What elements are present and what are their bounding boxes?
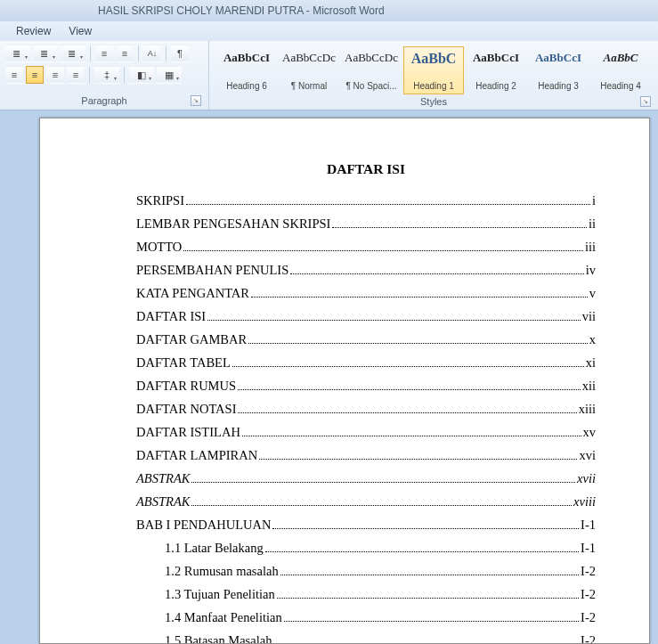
show-marks-button[interactable]: ¶ (171, 45, 189, 62)
toc-text: LEMBAR PENGESAHAN SKRIPSI (136, 216, 330, 232)
document-page[interactable]: DAFTAR ISI SKRIPSIiLEMBAR PENGESAHAN SKR… (39, 118, 650, 644)
toc-entry: DAFTAR NOTASIxiii (136, 402, 596, 417)
style-item--no-spaci-[interactable]: AaBbCcDc¶ No Spaci... (341, 46, 402, 94)
style-preview: AaBbCcDc (282, 51, 336, 65)
toc-text: DAFTAR LAMPIRAN (136, 448, 257, 463)
toc-leader-dots (290, 273, 584, 274)
toc-entry: DAFTAR ISIvii (136, 309, 596, 324)
toc-page-number: I-2 (581, 610, 596, 625)
toc-page-number: iii (585, 240, 596, 255)
toc-text: 1.5 Batasan Masalah (165, 633, 272, 644)
paragraph-dialog-launcher[interactable]: ↘ (191, 95, 201, 106)
style-label: ¶ No Spaci... (345, 81, 396, 91)
toc-leader-dots (272, 528, 579, 529)
toc-page-number: I-2 (581, 564, 596, 579)
toc-entry: ABSTRAKxvii (136, 471, 596, 486)
style-item-heading-6[interactable]: AaBbCcIHeading 6 (216, 46, 277, 94)
toc-text: ABSTRAK (136, 494, 190, 509)
toc-leader-dots (183, 250, 583, 251)
toc-text: MOTTO (136, 240, 182, 255)
toc-page-number: xii (582, 379, 596, 394)
page-title: DAFTAR ISI (136, 161, 596, 177)
toc-leader-dots (251, 297, 588, 298)
style-item-heading-1[interactable]: AaBbCHeading 1 (403, 46, 464, 94)
toc-text: DAFTAR ISI (136, 309, 206, 324)
toc-leader-dots (191, 482, 575, 483)
toc-page-number: I-1 (581, 541, 596, 556)
toc-page-number: xv (583, 425, 597, 440)
style-label: Heading 4 (600, 81, 641, 91)
style-preview: AaBbCcI (535, 51, 581, 65)
toc-page-number: xvii (577, 471, 596, 486)
workspace: DAFTAR ISI SKRIPSIiLEMBAR PENGESAHAN SKR… (0, 110, 658, 644)
toc-page-number: x (589, 332, 596, 347)
styles-gallery: AaBbCcIHeading 6AaBbCcDc¶ NormalAaBbCcDc… (215, 45, 653, 96)
toc-entry: SKRIPSIi (136, 193, 596, 208)
bullets-button[interactable]: ≣ (5, 45, 30, 62)
toc-leader-dots (248, 343, 588, 344)
toc-text: 1.3 Tujuan Penelitian (165, 587, 275, 602)
toc-leader-dots (191, 505, 572, 506)
toc-page-number: xi (586, 355, 596, 371)
toc-entry: DAFTAR GAMBARx (136, 332, 596, 347)
toc-text: KATA PENGANTAR (136, 286, 249, 301)
style-item--normal[interactable]: AaBbCcDc¶ Normal (279, 46, 339, 94)
toc-leader-dots (259, 459, 577, 460)
toc-leader-dots (332, 227, 587, 228)
toc-leader-dots (238, 412, 576, 413)
justify-button[interactable]: ≡ (67, 66, 85, 84)
table-of-contents: SKRIPSIiLEMBAR PENGESAHAN SKRIPSIiiMOTTO… (136, 193, 596, 644)
toc-text: ABSTRAK (136, 471, 190, 486)
style-label: Heading 6 (226, 81, 267, 91)
toc-text: 1.1 Latar Belakang (165, 541, 264, 556)
toc-entry: 1.5 Batasan MasalahI-2 (136, 633, 596, 644)
toc-text: 1.4 Manfaat Penelitian (165, 610, 282, 625)
toc-entry: 1.3 Tujuan PenelitianI-2 (136, 587, 596, 602)
toc-page-number: I-2 (581, 633, 596, 644)
toc-page-number: xiii (579, 402, 596, 417)
toc-entry: 1.1 Latar BelakangI-1 (136, 541, 596, 556)
toc-text: DAFTAR ISTILAH (136, 425, 240, 440)
style-label: Heading 2 (475, 81, 516, 91)
toc-page-number: vii (582, 309, 596, 324)
toc-leader-dots (265, 551, 579, 552)
tab-view[interactable]: View (69, 25, 92, 37)
window-title: HASIL SKRIPSI CHOLY MARENDI PUTRA - Micr… (98, 4, 385, 17)
toc-text: DAFTAR RUMUS (136, 379, 236, 394)
toc-entry: LEMBAR PENGESAHAN SKRIPSIii (136, 216, 596, 232)
line-spacing-button[interactable]: ‡ (94, 66, 119, 84)
align-left-button[interactable]: ≡ (5, 66, 23, 84)
style-label: Heading 1 (413, 81, 454, 91)
style-preview: AaBbCcI (223, 51, 270, 65)
multilevel-button[interactable]: ≣ (61, 45, 85, 62)
ribbon-group-paragraph: ≣ ≣ ≣ ≡ ≡ A↓ ¶ ≡ ≡ ≡ ≡ ‡ ◧ ▦ (0, 41, 209, 110)
styles-group-label: Styles ↘ (215, 96, 653, 109)
increase-indent-button[interactable]: ≡ (116, 45, 134, 62)
sort-button[interactable]: A↓ (143, 45, 161, 62)
style-preview: AaBbC (603, 51, 638, 65)
numbering-button[interactable]: ≣ (33, 45, 58, 62)
toc-entry: ABSTRAKxviii (136, 494, 596, 509)
style-item-heading-3[interactable]: AaBbCcIHeading 3 (528, 46, 589, 94)
toc-entry: 1.2 Rumusan masalahI-2 (136, 564, 596, 579)
toc-text: DAFTAR NOTASI (136, 402, 236, 417)
paragraph-group-label: Paragraph ↘ (5, 95, 203, 108)
style-item-heading-4[interactable]: AaBbCHeading 4 (590, 46, 651, 94)
shading-button[interactable]: ◧ (129, 66, 154, 84)
tab-review[interactable]: Review (16, 25, 51, 37)
align-right-button[interactable]: ≡ (46, 66, 64, 84)
borders-button[interactable]: ▦ (157, 66, 182, 84)
toc-page-number: xvi (579, 448, 596, 463)
toc-leader-dots (280, 575, 579, 575)
align-center-button[interactable]: ≡ (26, 66, 44, 84)
toc-leader-dots (186, 204, 590, 205)
toc-entry: DAFTAR ISTILAHxv (136, 425, 596, 440)
style-preview: AaBbCcI (473, 51, 519, 65)
toc-leader-dots (284, 621, 579, 622)
styles-dialog-launcher[interactable]: ↘ (640, 96, 651, 107)
style-item-heading-2[interactable]: AaBbCcIHeading 2 (466, 46, 526, 94)
decrease-indent-button[interactable]: ≡ (95, 45, 113, 62)
toc-page-number: I-1 (581, 518, 596, 533)
toc-text: DAFTAR TABEL (136, 355, 231, 371)
toc-text: PERSEMBAHAN PENULIS (136, 263, 288, 278)
